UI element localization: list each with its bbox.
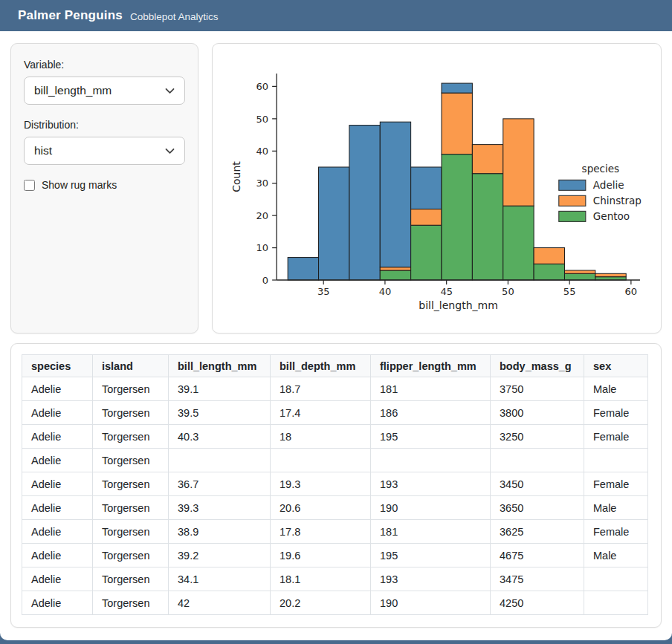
variable-select[interactable]: bill_length_mm [24,77,185,105]
app-title: Palmer Penguins [18,8,123,23]
column-header-flipper_length_mm: flipper_length_mm [371,355,491,377]
table-cell: 20.6 [271,496,371,520]
table-cell: 42 [169,591,271,615]
table-cell: 3450 [491,472,584,496]
distribution-label: Distribution: [24,119,185,131]
table-header-row: speciesislandbill_length_mmbill_depth_mm… [22,355,648,377]
table-cell: 18.7 [271,377,371,401]
table-row: AdelieTorgersen [22,449,648,472]
table-cell [584,591,648,615]
chevron-down-icon [165,88,175,94]
table-cell: 20.2 [271,591,371,615]
table-row: AdelieTorgersen38.917.81813625Female [22,520,648,544]
table-row: AdelieTorgersen39.219.61954675Male [22,544,648,567]
rug-checkbox-label: Show rug marks [42,179,117,191]
distribution-select[interactable]: hist [24,137,185,165]
table-cell: Male [584,496,648,520]
table-cell: 40.3 [169,425,271,449]
svg-text:35: 35 [317,286,330,297]
svg-text:Gentoo: Gentoo [593,210,630,222]
svg-text:45: 45 [440,286,453,297]
table-cell: 39.1 [169,377,271,401]
sidebar-panel: Variable: bill_length_mm Distribution: h… [10,43,198,334]
table-cell: 19.3 [271,472,371,496]
table-cell: 17.4 [271,401,371,425]
svg-text:30: 30 [256,178,269,189]
table-cell: Torgersen [93,567,169,591]
table-cell: 4250 [491,591,584,615]
table-cell: Adelie [22,425,93,449]
chevron-down-icon [165,148,175,155]
table-cell: Male [584,377,648,401]
navbar: Palmer Penguins Cobblepot Analytics [0,0,672,31]
table-cell: Female [584,401,648,425]
table-cell [491,449,584,472]
table-cell: 39.2 [169,544,271,567]
rug-checkbox[interactable] [24,180,35,191]
table-cell: Torgersen [93,472,169,496]
table-cell: 186 [371,401,491,425]
svg-text:60: 60 [625,286,638,297]
app-subtitle: Cobblepot Analytics [130,9,219,22]
table-cell: 195 [371,425,491,449]
svg-text:species: species [582,163,619,175]
table-cell: 3800 [491,401,584,425]
table-cell: Male [584,544,648,567]
svg-text:bill_length_mm: bill_length_mm [419,299,498,311]
table-cell: Adelie [22,544,93,567]
table-cell [371,449,491,472]
table-cell: 3750 [491,377,584,401]
table-cell [584,449,648,472]
svg-text:50: 50 [256,114,269,125]
table-cell [169,449,271,472]
table-cell: Torgersen [93,520,169,544]
table-cell: 17.8 [271,520,371,544]
table-cell: Adelie [22,567,93,591]
table-row: AdelieTorgersen40.3181953250Female [22,425,648,449]
table-cell: Adelie [22,401,93,425]
rug-checkbox-row: Show rug marks [24,179,185,191]
table-cell: Female [584,472,648,496]
svg-text:60: 60 [256,81,269,92]
top-row: Variable: bill_length_mm Distribution: h… [10,43,662,334]
table-cell: Torgersen [93,591,169,615]
app-page: Palmer Penguins Cobblepot Analytics Vari… [0,0,672,640]
svg-text:20: 20 [256,210,269,221]
table-cell: 34.1 [169,567,271,591]
table-cell: 39.3 [169,496,271,520]
table-cell: Adelie [22,377,93,401]
svg-text:40: 40 [256,146,269,157]
table-cell: Torgersen [93,401,169,425]
column-header-bill_length_mm: bill_length_mm [169,355,271,377]
table-cell: Torgersen [93,425,169,449]
table-cell [271,449,371,472]
svg-text:10: 10 [256,242,269,253]
table-cell: Torgersen [93,449,169,472]
table-cell: 18 [271,425,371,449]
svg-text:55: 55 [563,286,576,297]
table-cell: 193 [371,472,491,496]
table-cell: 190 [371,496,491,520]
chart-panel: 3540455055600102030405060bill_length_mmC… [212,43,662,334]
column-header-island: island [93,355,169,377]
table-cell: 3475 [491,567,584,591]
column-header-body_mass_g: body_mass_g [491,355,584,377]
histogram-svg: 3540455055600102030405060bill_length_mmC… [213,48,660,329]
table-cell: Torgersen [93,377,169,401]
distribution-select-value: hist [34,144,52,157]
table-cell [584,567,648,591]
svg-text:50: 50 [502,286,514,297]
svg-text:Adelie: Adelie [593,179,624,191]
table-cell: Adelie [22,591,93,615]
table-cell: Torgersen [93,544,169,567]
main-content: Variable: bill_length_mm Distribution: h… [0,31,672,640]
table-cell: Adelie [22,449,93,472]
table-cell: 181 [371,377,491,401]
table-cell: 3650 [491,496,584,520]
table-cell: Adelie [22,496,93,520]
table-cell: 38.9 [169,520,271,544]
column-header-sex: sex [584,355,648,377]
table-row: AdelieTorgersen39.118.71813750Male [22,377,648,401]
table-cell: 39.5 [169,401,271,425]
table-cell: 181 [371,520,491,544]
